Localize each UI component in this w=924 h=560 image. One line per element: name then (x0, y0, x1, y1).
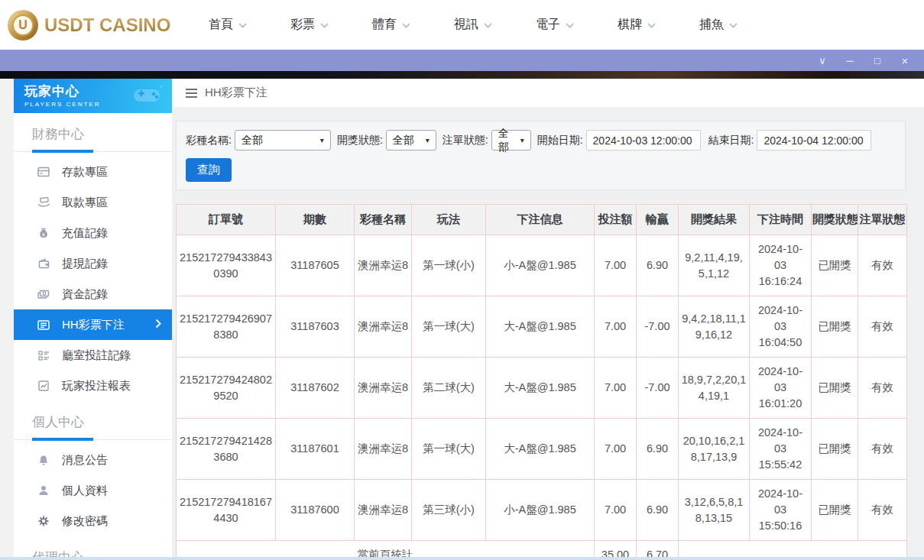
nav-cards[interactable]: 棋牌 (618, 17, 656, 33)
start-date-input[interactable] (586, 130, 701, 151)
cell-order-status: 有效 (858, 480, 907, 541)
window-collapse-icon[interactable]: ∨ (814, 56, 831, 66)
sidebar-item-label: 取款專區 (62, 196, 108, 210)
nav-live[interactable]: 視訊 (454, 17, 492, 33)
withdraw-icon (37, 197, 50, 208)
sidebar-item-withdrawal-record[interactable]: 提現記錄 (14, 248, 172, 279)
site-logo[interactable]: U USDT CASINO (8, 10, 172, 40)
sidebar-item-funds-record[interactable]: 資金記錄 (14, 279, 172, 309)
cell-bet-amount: 7.00 (595, 480, 637, 541)
col-header-lottery-name: 彩種名稱 (355, 205, 412, 235)
table-row: 2152172794269078380 31187603 澳洲幸运8 第一球(大… (177, 296, 907, 358)
cell-lottery-name: 澳洲幸运8 (355, 296, 412, 358)
order-status-select[interactable]: 全部 ▾ (491, 130, 531, 151)
cell-bet-time: 2024-10-03 16:16:24 (750, 235, 812, 296)
window-minimize-icon[interactable]: ─ (841, 56, 858, 66)
main-content: HH彩票下注 彩種名稱: 全部 ▾ 開獎狀態: 全部 ▾ (172, 79, 924, 557)
sidebar-item-change-password[interactable]: 修改密碼 (14, 506, 172, 536)
cell-bet-time: 2024-10-03 16:01:20 (750, 358, 812, 419)
nav-fishing[interactable]: 捕魚 (699, 17, 738, 33)
draw-status-select[interactable]: 全部 ▾ (386, 130, 436, 151)
cell-lottery-name: 澳洲幸运8 (355, 419, 412, 480)
cell-bet-time: 2024-10-03 16:04:50 (750, 296, 812, 358)
nav-sports[interactable]: 體育 (372, 17, 410, 33)
nav-lottery[interactable]: 彩票 (290, 17, 329, 33)
search-button[interactable]: 查詢 (186, 158, 232, 182)
recharge-record-icon: ¥ (37, 228, 50, 239)
gear-icon (37, 516, 50, 526)
sidebar-item-bet-report[interactable]: 玩家投注報表 (14, 371, 172, 401)
sidebar-item-room-bets-record[interactable]: 廳室投註記錄 (14, 340, 172, 371)
funds-record-icon (37, 290, 50, 299)
end-date-input[interactable] (757, 130, 871, 151)
sidebar-item-withdraw[interactable]: 取款專區 (14, 187, 172, 218)
cell-lottery-name: 澳洲幸运8 (355, 358, 412, 419)
select-caret-icon: ▾ (426, 136, 430, 144)
cell-order-no: 2152172794181674430 (177, 480, 276, 541)
cell-order-status: 有效 (858, 296, 907, 358)
filter-panel: 彩種名稱: 全部 ▾ 開獎狀態: 全部 ▾ 注單狀態: 全部 (176, 121, 906, 190)
cell-period: 31187603 (276, 296, 355, 358)
table-row: 2152172794338430390 31187605 澳洲幸运8 第一球(小… (177, 235, 907, 296)
table-row: 2152172794181674430 31187600 澳洲幸运8 第三球(小… (177, 480, 907, 541)
cell-draw-result: 18,9,7,2,20,14,19,1 (679, 358, 750, 419)
cell-draw-status: 已開獎 (812, 419, 858, 480)
cell-bet-amount: 7.00 (595, 358, 637, 419)
background-strip (0, 71, 924, 79)
nav-slots[interactable]: 電子 (536, 17, 574, 33)
nav-lottery-label: 彩票 (290, 17, 315, 33)
cell-play-type: 第二球(大) (412, 358, 486, 419)
site-header: U USDT CASINO 首頁 彩票 體育 視訊 電子 (0, 0, 924, 50)
cell-period: 31187601 (276, 419, 355, 480)
sidebar-item-deposit[interactable]: 存款專區 (14, 157, 172, 187)
sidebar: 玩家中心 PLAYERS CENTER 財務中心 存款專區 (14, 79, 172, 557)
lottery-name-select[interactable]: 全部 ▾ (235, 130, 331, 151)
gamepad-icon (129, 83, 164, 108)
start-date-label: 開始日期: (537, 134, 583, 147)
sidebar-item-label: HH彩票下注 (62, 318, 125, 332)
table-row: 2152172794214283680 31187601 澳洲幸运8 第一球(大… (177, 419, 907, 480)
sidebar-item-label: 充值記錄 (62, 226, 108, 241)
cell-bet-info: 大-A盤@1.985 (486, 296, 595, 358)
sidebar-item-label: 個人資料 (62, 484, 108, 498)
cell-period: 31187602 (276, 358, 355, 419)
cell-order-no: 2152172794338430390 (177, 235, 276, 296)
main-nav: 首頁 彩票 體育 視訊 電子 棋牌 (209, 17, 738, 33)
deposit-icon (37, 167, 50, 177)
profile-icon (37, 485, 50, 496)
cell-period: 31187605 (276, 235, 355, 296)
nav-home[interactable]: 首頁 (209, 17, 247, 33)
cell-order-status: 有效 (858, 419, 907, 480)
sidebar-item-hh-lottery-bets[interactable]: HH彩票下注 (14, 309, 172, 340)
col-header-bet-time: 下注時間 (750, 205, 812, 235)
menu-toggle-icon[interactable] (186, 89, 197, 98)
cell-draw-result: 3,12,6,5,8,18,13,15 (679, 480, 750, 541)
nav-cards-label: 棋牌 (618, 17, 642, 33)
chevron-right-icon (155, 319, 161, 329)
cell-win-loss: -7.00 (637, 296, 679, 358)
sidebar-item-profile[interactable]: 個人資料 (14, 475, 172, 506)
nav-sports-label: 體育 (372, 17, 397, 33)
section-underline (14, 149, 172, 152)
section-underline (14, 437, 172, 440)
section-title-agent: 代理中心 (32, 549, 172, 557)
sidebar-header: 玩家中心 PLAYERS CENTER (14, 79, 172, 113)
sidebar-item-recharge-record[interactable]: ¥ 充值記錄 (14, 218, 172, 248)
nav-slots-label: 電子 (536, 17, 560, 33)
cell-draw-status: 已開獎 (812, 296, 858, 358)
cell-draw-result: 20,10,16,2,18,17,13,9 (679, 419, 750, 480)
window-maximize-icon[interactable]: □ (869, 56, 886, 66)
bottom-strip (0, 557, 924, 560)
cell-bet-info: 小-A盤@1.985 (486, 235, 595, 296)
sidebar-item-announcements[interactable]: 消息公告 (14, 445, 172, 475)
lottery-name-value: 全部 (242, 134, 263, 147)
app-window: U USDT CASINO 首頁 彩票 體育 視訊 電子 (0, 0, 924, 560)
window-close-icon[interactable]: × (896, 55, 913, 66)
chevron-down-icon (729, 23, 738, 28)
withdrawal-record-icon (37, 258, 50, 269)
lottery-name-label: 彩種名稱: (186, 134, 232, 147)
cell-bet-time: 2024-10-03 15:50:16 (750, 480, 812, 541)
cell-period: 31187600 (276, 480, 355, 541)
bell-icon (37, 455, 50, 466)
page-title: HH彩票下注 (205, 86, 267, 100)
